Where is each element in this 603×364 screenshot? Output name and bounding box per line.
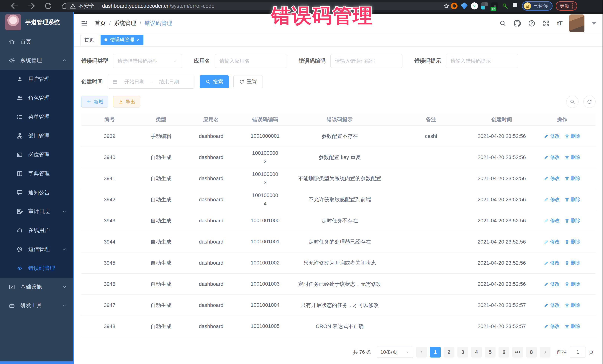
browser-back-icon[interactable] <box>10 1 19 10</box>
page-button-2[interactable]: 2 <box>444 347 454 357</box>
start-date-input[interactable] <box>120 79 148 85</box>
app-logo: 芋道管理系统 <box>0 12 73 33</box>
bookmark-star-icon[interactable] <box>443 3 450 10</box>
page-button-4[interactable]: 4 <box>471 347 482 357</box>
error-code-input[interactable] <box>335 58 398 64</box>
add-button[interactable]: 新增 <box>81 96 108 108</box>
sidebar-item-posts[interactable]: 岗位管理 <box>0 145 73 164</box>
edit-link[interactable]: 修改 <box>544 260 560 266</box>
edit-link[interactable]: 修改 <box>544 196 560 203</box>
fullscreen-icon[interactable] <box>543 20 550 27</box>
delete-link[interactable]: 删除 <box>565 302 580 309</box>
sidebar-item-system[interactable]: 系统管理 <box>0 51 73 70</box>
end-date-input[interactable] <box>155 79 183 85</box>
user-avatar[interactable] <box>569 14 584 32</box>
chevron-left-icon <box>419 350 424 354</box>
delete-link[interactable]: 删除 <box>565 281 580 287</box>
extension-orange-icon[interactable] <box>451 3 458 9</box>
edit-link[interactable]: 修改 <box>544 175 560 182</box>
sidebar-item-departments[interactable]: 部门管理 <box>0 126 73 145</box>
toggle-search-button[interactable] <box>566 96 579 108</box>
sidebar-item-infrastructure[interactable]: 基础设施 <box>0 278 73 296</box>
edit-link[interactable]: 修改 <box>544 323 560 330</box>
cell-time: 2021-04-20 23:52:56 <box>475 279 529 289</box>
cell-id: 3939 <box>81 132 138 141</box>
sidebar-item-error-code[interactable]: 错误码管理 <box>0 259 73 278</box>
extensions-puzzle-icon[interactable] <box>512 2 519 10</box>
next-page-button[interactable] <box>540 347 550 357</box>
browser-reload-icon[interactable] <box>44 1 53 10</box>
org-tree-icon <box>16 132 23 139</box>
font-size-icon[interactable]: tT <box>557 20 562 27</box>
prev-page-button[interactable] <box>416 347 427 357</box>
extension-key-icon[interactable] <box>501 2 509 10</box>
edit-link[interactable]: 修改 <box>544 133 560 139</box>
tab-error-code[interactable]: 错误码管理 × <box>101 35 143 45</box>
breadcrumb-system[interactable]: 系统管理 <box>114 20 136 27</box>
header-search-icon[interactable] <box>499 20 507 27</box>
browser-update-button[interactable]: 更新 <box>556 1 577 11</box>
hamburger-icon[interactable] <box>81 20 88 27</box>
edit-link[interactable]: 修改 <box>544 302 560 309</box>
page-button-5[interactable]: 5 <box>485 347 496 357</box>
sidebar-item-users[interactable]: 用户管理 <box>0 70 73 88</box>
delete-link[interactable]: 删除 <box>565 133 580 139</box>
avatar-caret-icon[interactable] <box>591 22 596 25</box>
cell-msg: 只允许修改为开启或者关闭状态 <box>292 258 387 268</box>
app-name-input[interactable] <box>220 58 282 64</box>
sidebar-item-online-users[interactable]: 在线用户 <box>0 221 73 240</box>
edit-link[interactable]: 修改 <box>544 154 560 161</box>
help-icon[interactable] <box>528 20 535 27</box>
error-type-select[interactable]: 请选择错误码类型 <box>113 54 182 68</box>
browser-forward-icon[interactable] <box>27 1 36 10</box>
reset-button[interactable]: 重置 <box>233 75 263 88</box>
edit-link[interactable]: 修改 <box>544 239 560 245</box>
sidebar-item-dev-tools[interactable]: 研发工具 <box>0 296 73 315</box>
page-button-6[interactable]: 6 <box>499 347 509 357</box>
goto-page-input[interactable] <box>570 347 586 358</box>
extension-list-icon[interactable]: ≡on <box>491 2 498 10</box>
tab-home[interactable]: 首页 <box>81 35 98 45</box>
page-button-8[interactable]: 8 <box>526 347 537 357</box>
page-size-select[interactable]: 10条/页 <box>377 347 413 358</box>
sidebar-item-menus[interactable]: 菜单管理 <box>0 108 73 126</box>
delete-link[interactable]: 删除 <box>565 323 580 330</box>
github-icon[interactable] <box>514 20 521 27</box>
delete-link[interactable]: 删除 <box>565 239 580 245</box>
profile-paused-badge[interactable]: 已暂停 <box>522 1 553 11</box>
sidebar-item-home[interactable]: 首页 <box>0 33 73 51</box>
date-range-picker[interactable]: - <box>108 75 195 88</box>
export-button[interactable]: 导出 <box>113 96 140 108</box>
browser-menu-icon[interactable] <box>572 3 573 9</box>
address-bar[interactable]: 不安全 dashboard.yudao.iocoder.cn/system/er… <box>65 2 454 10</box>
page-unit-label: 页 <box>589 349 594 355</box>
breadcrumb-home[interactable]: 首页 <box>95 20 106 27</box>
delete-link[interactable]: 删除 <box>565 217 580 224</box>
column-header-memo: 备注 <box>387 114 475 125</box>
delete-link[interactable]: 删除 <box>565 196 580 203</box>
extension-vue-icon[interactable]: V <box>471 2 478 10</box>
page-button-3[interactable]: 3 <box>457 347 468 357</box>
tab-close-icon[interactable]: × <box>137 37 139 43</box>
cell-type: 自动生成 <box>138 321 184 332</box>
extension-on-badge: on <box>491 7 496 11</box>
extension-grid-icon[interactable] <box>481 2 488 10</box>
sidebar-item-dictionary[interactable]: 字典管理 <box>0 164 73 183</box>
search-button[interactable]: 搜索 <box>200 75 229 88</box>
page-ellipsis[interactable]: ••• <box>512 347 523 357</box>
edit-link[interactable]: 修改 <box>544 217 560 224</box>
cell-id: 3947 <box>81 300 138 310</box>
delete-link[interactable]: 删除 <box>565 175 580 182</box>
sidebar-item-notices[interactable]: 通知公告 <box>0 183 73 202</box>
sidebar-item-roles[interactable]: 角色管理 <box>0 88 73 108</box>
refresh-table-button[interactable] <box>583 96 596 108</box>
sidebar-item-audit-log[interactable]: 审计日志 <box>0 202 73 221</box>
table-row: 3939 手动编辑 dashboard 1001000001 参数配置不存在 c… <box>81 126 596 147</box>
sidebar-item-sms[interactable]: 短信管理 <box>0 240 73 259</box>
error-msg-input[interactable] <box>451 58 513 64</box>
delete-link[interactable]: 删除 <box>565 260 580 266</box>
delete-link[interactable]: 删除 <box>565 154 580 161</box>
edit-link[interactable]: 修改 <box>544 281 560 287</box>
extension-gem-icon[interactable] <box>461 2 468 10</box>
page-button-1[interactable]: 1 <box>430 347 441 357</box>
